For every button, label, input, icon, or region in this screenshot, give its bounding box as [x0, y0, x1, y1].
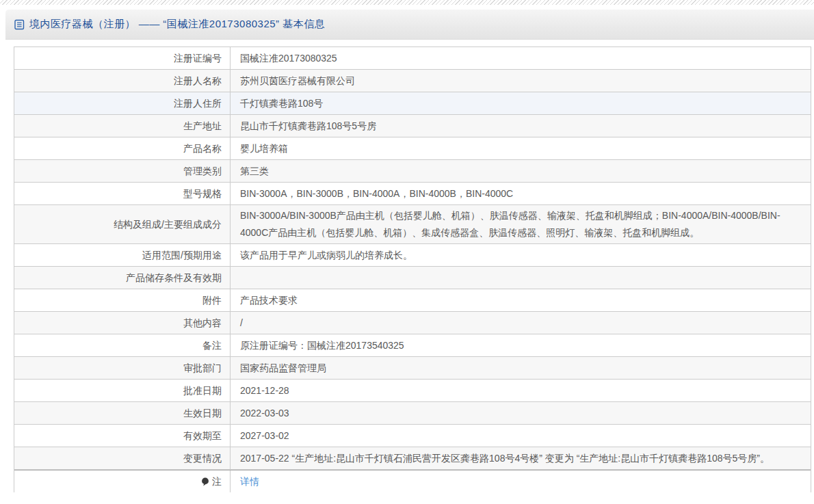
table-row: 生产地址 昆山市千灯镇龚巷路108号5号房 — [14, 115, 811, 137]
row-label: 审批部门 — [14, 357, 231, 379]
table-row: 适用范围/预期用途 该产品用于早产儿或病弱儿的培养成长。 — [14, 244, 811, 267]
row-label: 生效日期 — [14, 402, 231, 424]
page-top-texture — [0, 0, 814, 5]
row-label: 生产地址 — [14, 115, 231, 137]
table-row: 产品储存条件及有效期 — [14, 267, 811, 289]
header-bar: 境内医疗器械（注册） —— “国械注准20173080325” 基本信息 — [5, 10, 814, 40]
row-label: 适用范围/预期用途 — [14, 244, 231, 266]
document-icon — [14, 19, 25, 30]
table-row: 管理类别 第三类 — [14, 160, 811, 183]
row-label: 注册人名称 — [14, 70, 231, 92]
note-bulb-icon — [201, 477, 209, 487]
row-value: / — [231, 312, 811, 334]
table-row: 型号规格 BIN-3000A，BIN-3000B，BIN-4000A，BIN-4… — [14, 183, 811, 205]
row-value: 苏州贝茵医疗器械有限公司 — [231, 70, 811, 92]
table-row: 审批部门 国家药品监督管理局 — [14, 357, 811, 380]
row-value: 国械注准20173080325 — [231, 47, 811, 69]
table-row: 注册证编号 国械注准20173080325 — [14, 47, 811, 70]
row-value: 2021-12-28 — [231, 380, 811, 401]
row-value: 婴儿培养箱 — [231, 137, 811, 159]
row-value: 千灯镇龚巷路108号 — [231, 92, 811, 114]
detail-link[interactable]: 详情 — [240, 473, 259, 490]
row-label: 附件 — [14, 289, 231, 311]
row-value: BIN-3000A/BIN-3000B产品由主机（包括婴儿舱、机箱）、肤温传感器… — [231, 205, 811, 243]
table-row: 注册人住所 千灯镇龚巷路108号 — [14, 92, 811, 115]
table-row: 批准日期 2021-12-28 — [14, 380, 811, 402]
row-label: 变更情况 — [14, 447, 231, 469]
row-value: BIN-3000A，BIN-3000B，BIN-4000A，BIN-4000B，… — [231, 183, 811, 204]
note-label-text: 注 — [212, 473, 222, 490]
row-label: 注册证编号 — [14, 47, 231, 69]
row-label: 管理类别 — [14, 160, 231, 182]
row-label: 结构及组成/主要组成成分 — [14, 205, 231, 243]
row-label: 批准日期 — [14, 380, 231, 401]
table-row: 备注 原注册证编号：国械注准20173540325 — [14, 334, 811, 357]
row-value: 2022-03-03 — [231, 402, 811, 424]
row-value: 国家药品监督管理局 — [231, 357, 811, 379]
row-value — [231, 267, 811, 289]
row-value: 第三类 — [231, 160, 811, 182]
table-row: 注册人名称 苏州贝茵医疗器械有限公司 — [14, 70, 811, 92]
row-value: 昆山市千灯镇龚巷路108号5号房 — [231, 115, 811, 137]
table-body: 注册证编号 国械注准20173080325 注册人名称 苏州贝茵医疗器械有限公司… — [14, 47, 811, 470]
row-label: 注册人住所 — [14, 92, 231, 114]
row-value: 原注册证编号：国械注准20173540325 — [231, 334, 811, 356]
table-row: 附件 产品技术要求 — [14, 289, 811, 312]
table-row: 产品名称 婴儿培养箱 — [14, 137, 811, 160]
note-row-value: 详情 — [231, 470, 811, 492]
table-row: 结构及组成/主要组成成分 BIN-3000A/BIN-3000B产品由主机（包括… — [14, 205, 811, 244]
table-row: 其他内容 / — [14, 312, 811, 334]
row-label: 型号规格 — [14, 183, 231, 204]
note-row-label: 注 — [14, 470, 231, 492]
table-row: 有效期至 2027-03-02 — [14, 425, 811, 447]
table-row: 变更情况 2017-05-22 “生产地址:昆山市千灯镇石浦民营开发区龚巷路10… — [14, 447, 811, 470]
table-row-note: 注 详情 — [14, 470, 811, 492]
row-label: 其他内容 — [14, 312, 231, 334]
row-label: 备注 — [14, 334, 231, 356]
row-label: 产品名称 — [14, 137, 231, 159]
table-row: 生效日期 2022-03-03 — [14, 402, 811, 425]
row-value: 2027-03-02 — [231, 425, 811, 447]
row-value: 该产品用于早产儿或病弱儿的培养成长。 — [231, 244, 811, 266]
row-label: 产品储存条件及有效期 — [14, 267, 231, 289]
row-value: 产品技术要求 — [231, 289, 811, 311]
row-label: 有效期至 — [14, 425, 231, 447]
registration-info-table: 注册证编号 国械注准20173080325 注册人名称 苏州贝茵医疗器械有限公司… — [14, 47, 811, 492]
row-value: 2017-05-22 “生产地址:昆山市千灯镇石浦民营开发区龚巷路108号4号楼… — [231, 447, 811, 469]
page-title: 境内医疗器械（注册） —— “国械注准20173080325” 基本信息 — [29, 18, 325, 31]
